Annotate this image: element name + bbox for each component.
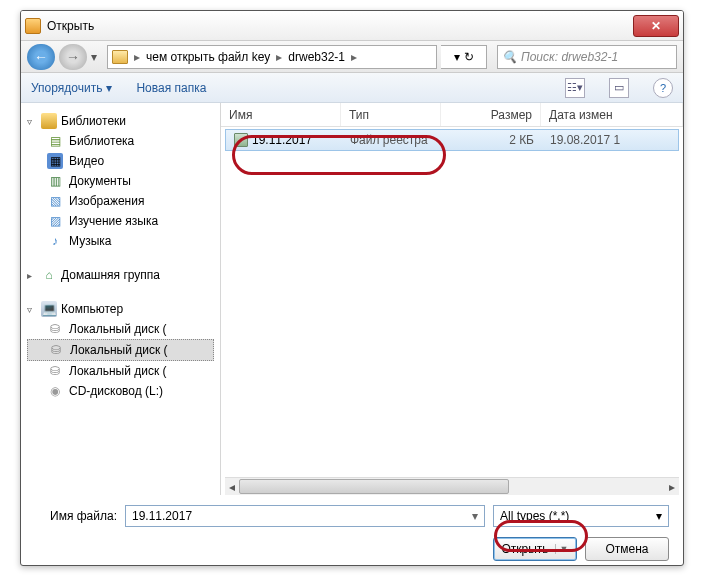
address-buttons: ▾ ↻ xyxy=(441,45,487,69)
breadcrumb-item[interactable]: чем открыть файл key xyxy=(146,50,270,64)
registry-file-icon xyxy=(234,133,248,147)
window-title: Открыть xyxy=(47,19,633,33)
search-input[interactable]: 🔍 Поиск: drweb32-1 xyxy=(497,45,677,69)
preview-pane-button[interactable]: ▭ xyxy=(609,78,629,98)
tree-item-language[interactable]: ▨Изучение языка xyxy=(27,211,214,231)
close-button[interactable]: ✕ xyxy=(633,15,679,37)
cd-icon: ◉ xyxy=(47,383,63,399)
scroll-right-icon[interactable]: ▸ xyxy=(665,478,679,495)
help-button[interactable]: ? xyxy=(653,78,673,98)
titlebar: Открыть ✕ xyxy=(21,11,683,41)
caret-icon: ▸ xyxy=(27,270,37,281)
folder-icon xyxy=(112,50,128,64)
search-placeholder: Поиск: drweb32-1 xyxy=(521,50,618,64)
forward-button: → xyxy=(59,44,87,70)
split-dropdown-icon[interactable]: ▼ xyxy=(555,544,569,554)
image-icon: ▧ xyxy=(47,193,63,209)
library-icon: ▤ xyxy=(47,133,63,149)
tree-computer[interactable]: ▿ 💻 Компьютер xyxy=(27,299,214,319)
tree-item-video[interactable]: ▦Видео xyxy=(27,151,214,171)
column-date[interactable]: Дата измен xyxy=(541,103,683,126)
filename-label: Имя файла: xyxy=(35,509,117,523)
tree-libraries[interactable]: ▿ Библиотеки xyxy=(27,111,214,131)
tree-item-biblioteka[interactable]: ▤Библиотека xyxy=(27,131,214,151)
refresh-icon[interactable]: ↻ xyxy=(464,50,474,64)
caret-icon: ▿ xyxy=(27,304,37,315)
language-icon: ▨ xyxy=(47,213,63,229)
chevron-right-icon: ▸ xyxy=(351,50,357,64)
filename-input[interactable]: 19.11.2017 ▾ xyxy=(125,505,485,527)
view-options-button[interactable]: ☷▾ xyxy=(565,78,585,98)
open-button[interactable]: Открыть▼ xyxy=(493,537,577,561)
column-size[interactable]: Размер xyxy=(441,103,541,126)
computer-icon: 💻 xyxy=(41,301,57,317)
new-folder-button[interactable]: Новая папка xyxy=(136,81,206,95)
breadcrumb-item[interactable]: drweb32-1 xyxy=(288,50,345,64)
chevron-right-icon: ▸ xyxy=(134,50,140,64)
organize-button[interactable]: Упорядочить▾ xyxy=(31,81,112,95)
address-bar[interactable]: ▸ чем открыть файл key ▸ drweb32-1 ▸ xyxy=(107,45,437,69)
open-dialog: Открыть ✕ ← → ▾ ▸ чем открыть файл key ▸… xyxy=(20,10,684,566)
filetype-combo[interactable]: All types (*.*) ▾ xyxy=(493,505,669,527)
caret-icon: ▿ xyxy=(27,116,37,127)
video-icon: ▦ xyxy=(47,153,63,169)
tree-item-disk[interactable]: ⛁Локальный диск ( xyxy=(27,319,214,339)
column-name[interactable]: Имя xyxy=(221,103,341,126)
tree-item-cd[interactable]: ◉CD-дисковод (L:) xyxy=(27,381,214,401)
tree-item-disk[interactable]: ⛁Локальный диск ( xyxy=(27,361,214,381)
file-row-selected[interactable]: 19.11.2017 Файл реестра 2 КБ 19.08.2017 … xyxy=(225,129,679,151)
content-area: ▿ Библиотеки ▤Библиотека ▦Видео ▥Докумен… xyxy=(21,103,683,495)
history-dropdown[interactable]: ▾ xyxy=(91,50,103,64)
disk-icon: ⛁ xyxy=(47,321,63,337)
column-type[interactable]: Тип xyxy=(341,103,441,126)
dropdown-icon[interactable]: ▾ xyxy=(472,509,478,523)
horizontal-scrollbar[interactable]: ◂ ▸ xyxy=(225,477,679,495)
music-icon: ♪ xyxy=(47,233,63,249)
file-list-pane: Имя Тип Размер Дата измен 19.11.2017 Фай… xyxy=(221,103,683,495)
navigation-bar: ← → ▾ ▸ чем открыть файл key ▸ drweb32-1… xyxy=(21,41,683,73)
scrollbar-thumb[interactable] xyxy=(239,479,509,494)
navigation-tree: ▿ Библиотеки ▤Библиотека ▦Видео ▥Докумен… xyxy=(21,103,221,495)
tree-item-documents[interactable]: ▥Документы xyxy=(27,171,214,191)
dialog-footer: Имя файла: 19.11.2017 ▾ All types (*.*) … xyxy=(21,495,683,566)
app-icon xyxy=(25,18,41,34)
tree-item-disk-selected[interactable]: ⛁Локальный диск ( xyxy=(27,339,214,361)
toolbar: Упорядочить▾ Новая папка ☷▾ ▭ ? xyxy=(21,73,683,103)
dropdown-icon[interactable]: ▾ xyxy=(454,50,460,64)
document-icon: ▥ xyxy=(47,173,63,189)
homegroup-icon: ⌂ xyxy=(41,267,57,283)
chevron-right-icon: ▸ xyxy=(276,50,282,64)
column-headers: Имя Тип Размер Дата измен xyxy=(221,103,683,127)
tree-homegroup[interactable]: ▸ ⌂ Домашняя группа xyxy=(27,265,214,285)
dropdown-icon: ▾ xyxy=(656,509,662,523)
libraries-icon xyxy=(41,113,57,129)
search-icon: 🔍 xyxy=(502,50,517,64)
disk-icon: ⛁ xyxy=(48,342,64,358)
cancel-button[interactable]: Отмена xyxy=(585,537,669,561)
disk-icon: ⛁ xyxy=(47,363,63,379)
back-button[interactable]: ← xyxy=(27,44,55,70)
tree-item-images[interactable]: ▧Изображения xyxy=(27,191,214,211)
tree-item-music[interactable]: ♪Музыка xyxy=(27,231,214,251)
chevron-down-icon: ▾ xyxy=(106,81,112,95)
scroll-left-icon[interactable]: ◂ xyxy=(225,478,239,495)
